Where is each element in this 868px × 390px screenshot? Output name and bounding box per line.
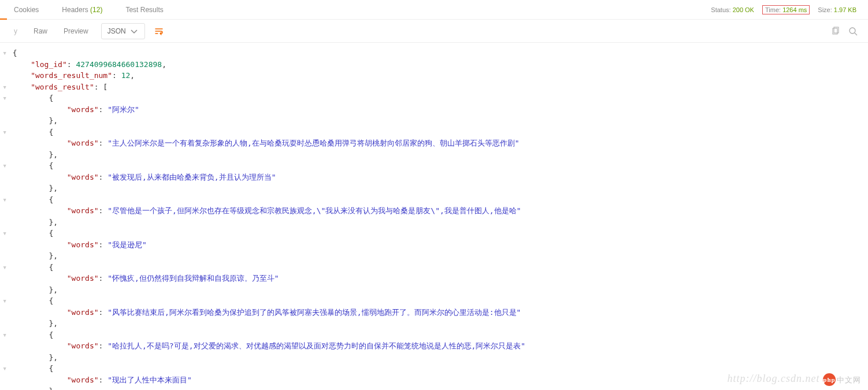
json-line: "words": "被发现后,从来都由哈桑来背负,并且认为理所当" (2, 172, 868, 183)
watermark-brand: php (823, 373, 836, 386)
json-line: ▾ { (2, 329, 868, 341)
json-body[interactable]: ▾ { "log_id": 4274099684660132898, "word… (0, 43, 868, 390)
format-dropdown-label: JSON (107, 27, 126, 35)
copy-icon[interactable] (831, 27, 840, 36)
json-line: "words": "阿米尔" (2, 104, 868, 116)
status-value: 200 OK (733, 6, 754, 13)
json-line: }, (2, 318, 868, 329)
json-line: }, (2, 183, 868, 194)
svg-point-2 (850, 28, 855, 34)
json-line: }, (2, 284, 868, 296)
chevron-down-icon (129, 27, 139, 36)
tab-headers-label: Headers (62, 6, 88, 14)
json-line: }, (2, 115, 868, 127)
tab-pretty-edge[interactable]: y (14, 27, 17, 35)
tab-preview[interactable]: Preview (64, 27, 88, 35)
json-line: "words": "风筝比赛结束后,阿米尔看到哈桑为保护追到了的风筝被阿塞夫强暴… (2, 307, 868, 318)
watermark-logo: php 中文网 (823, 373, 861, 386)
json-line: }, (2, 217, 868, 228)
search-icon[interactable] (848, 27, 858, 36)
tab-raw[interactable]: Raw (34, 27, 47, 35)
json-line: ▾ { (2, 295, 868, 307)
json-line: ▾ { (2, 92, 868, 104)
watermark-url: http://blog.csdn.net (728, 373, 820, 384)
watermark: http://blog.csdn.net php 中文网 (728, 371, 861, 387)
status-block: Status: 200 OK (711, 6, 754, 13)
json-line: ▾ { (2, 160, 868, 172)
json-line: ▾ { (2, 127, 868, 138)
json-line: ▾ { (2, 262, 868, 273)
json-line: "words": "尽管他是一个孩子,但阿米尔也存在等级观念和宗教民族观念,\"… (2, 205, 868, 217)
time-label: Time: (765, 6, 781, 13)
json-line: ▾ { (2, 194, 868, 206)
size-block: Size: 1.97 KB (818, 6, 856, 13)
json-line: ▾ "words_result": [ (2, 81, 868, 93)
time-block: Time: 1264 ms (762, 5, 810, 14)
tab-cookies[interactable]: Cookies (14, 6, 39, 14)
wrap-lines-button[interactable] (151, 23, 167, 39)
time-value: 1264 ms (782, 6, 807, 13)
size-label: Size: (818, 6, 832, 13)
json-line: "words": "哈拉扎人,不是吗?可是,对父爱的渴求、对优越感的渴望以及面对… (2, 340, 868, 352)
status-label: Status: (711, 6, 730, 13)
body-right-icons (831, 20, 858, 43)
body-controls: y Raw Preview JSON (0, 20, 868, 43)
watermark-brand-text: 中文网 (837, 374, 861, 386)
tab-test-results[interactable]: Test Results (125, 6, 163, 14)
json-line: ▾ { (2, 228, 868, 239)
tab-headers-count: (12) (90, 6, 102, 14)
json-line: }, (2, 250, 868, 262)
json-line: "log_id": 4274099684660132898, (2, 59, 868, 70)
json-line: "words": "主人公阿米尔是一个有着复杂形象的人物,在与哈桑玩耍时怂恿哈桑… (2, 138, 868, 149)
status-bar: Status: 200 OK Time: 1264 ms Size: 1.97 … (711, 0, 856, 20)
tab-headers[interactable]: Headers (12) (62, 6, 102, 14)
wrap-icon (154, 27, 164, 36)
svg-line-3 (855, 33, 857, 35)
json-line: "words": "我是逊尼" (2, 239, 868, 251)
size-value: 1.97 KB (834, 6, 856, 13)
json-line: "words_result_num": 12, (2, 70, 868, 81)
response-tabs: Cookies Headers (12) Test Results Status… (0, 0, 868, 20)
json-line: }, (2, 352, 868, 363)
json-line: }, (2, 149, 868, 161)
format-dropdown[interactable]: JSON (101, 23, 145, 39)
json-line: ▾ { (2, 47, 868, 59)
json-line: "words": "怀愧疚,但仍然得到自我辩解和自我原谅。乃至斗" (2, 273, 868, 284)
